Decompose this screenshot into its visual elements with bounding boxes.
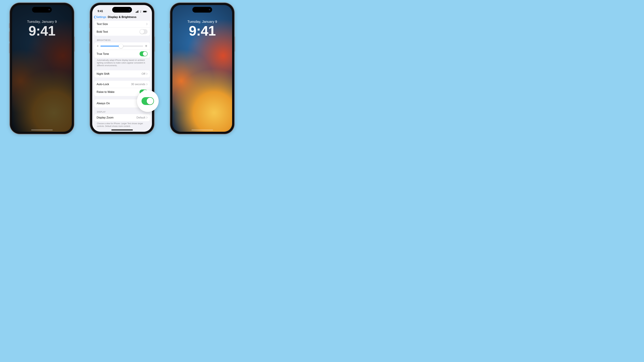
lock-screen-time: 9:41 — [12, 24, 72, 38]
home-indicator[interactable] — [111, 130, 133, 130]
night-shift-label: Night Shift — [96, 72, 142, 75]
lock-screen-time: 9:41 — [172, 24, 232, 38]
auto-lock-row[interactable]: Auto-Lock 30 seconds — [94, 81, 150, 88]
cellular-signal-icon — [136, 10, 138, 13]
chevron-left-icon — [94, 15, 96, 19]
chevron-right-icon — [146, 116, 148, 119]
display-zoom-label: Display Zoom — [96, 116, 136, 119]
page-title: Display & Brightness — [108, 15, 136, 19]
true-tone-label: True Tone — [96, 52, 140, 55]
sun-high-icon: ☀︎ — [145, 44, 148, 48]
battery-icon — [143, 10, 147, 12]
brightness-slider-thumb[interactable] — [119, 44, 123, 48]
lock-screen: Tuesday, January 9 9:41 — [172, 5, 232, 132]
night-shift-value: Off — [142, 72, 145, 75]
phone-center-settings: 9:41 Settings Display & Brightness — [90, 3, 154, 134]
display-zoom-footer: Choose a view for iPhone. Larger Text sh… — [94, 121, 150, 128]
brightness-slider[interactable] — [100, 46, 143, 46]
phone-left-always-on: Tuesday, January 9 9:41 — [10, 3, 74, 134]
bold-text-label: Bold Text — [96, 30, 140, 33]
svg-rect-1 — [143, 11, 146, 12]
bold-text-toggle[interactable] — [140, 29, 148, 34]
always-on-label: Always On — [96, 102, 140, 105]
display-section-header: DISPLAY — [94, 111, 150, 114]
home-indicator[interactable] — [192, 130, 213, 130]
status-time: 9:41 — [98, 10, 103, 13]
raise-to-wake-label: Raise to Wake — [96, 90, 140, 93]
text-size-label: Text Size — [96, 22, 146, 26]
sun-low-icon: ☀︎ — [96, 44, 99, 48]
back-label: Settings — [96, 15, 106, 19]
chevron-right-icon — [146, 73, 148, 75]
back-button[interactable]: Settings — [94, 15, 106, 19]
text-size-row[interactable]: Text Size — [94, 21, 150, 27]
night-shift-row[interactable]: Night Shift Off — [94, 70, 150, 77]
dynamic-island — [192, 7, 212, 12]
auto-lock-label: Auto-Lock — [96, 83, 131, 86]
nav-bar: Settings Display & Brightness — [92, 13, 152, 21]
true-tone-toggle[interactable] — [140, 51, 148, 56]
brightness-slider-fill — [100, 46, 121, 46]
phone-right-lockscreen: Tuesday, January 9 9:41 — [170, 3, 234, 134]
chevron-right-icon — [146, 23, 148, 25]
wifi-icon — [139, 10, 142, 12]
true-tone-footer: Automatically adapt iPhone display based… — [94, 58, 150, 67]
true-tone-row: True Tone — [94, 50, 150, 58]
brightness-section-header: BRIGHTNESS — [94, 39, 150, 42]
dynamic-island — [112, 7, 132, 12]
display-zoom-row[interactable]: Display Zoom Default — [94, 114, 150, 121]
dynamic-island — [32, 7, 52, 12]
chevron-right-icon — [146, 83, 148, 85]
display-zoom-value: Default — [136, 116, 145, 119]
always-on-toggle-zoom-callout — [137, 90, 159, 112]
brightness-slider-row: ☀︎ ☀︎ — [94, 42, 150, 50]
bold-text-row: Bold Text — [94, 27, 150, 36]
lock-screen-dimmed: Tuesday, January 9 9:41 — [12, 5, 72, 132]
svg-rect-2 — [147, 11, 147, 12]
auto-lock-value: 30 seconds — [131, 83, 145, 86]
home-indicator[interactable] — [31, 130, 53, 130]
always-on-toggle-zoomed[interactable] — [142, 97, 154, 105]
settings-display-brightness-screen: 9:41 Settings Display & Brightness — [92, 5, 152, 132]
